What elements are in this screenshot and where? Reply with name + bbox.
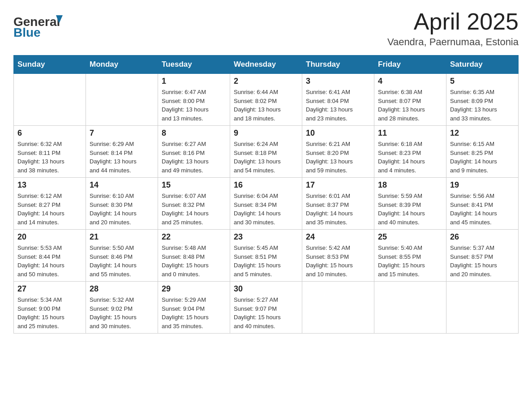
day-number: 11 [378,128,442,138]
calendar-cell: 16Sunrise: 6:04 AMSunset: 8:34 PMDayligh… [230,178,302,230]
day-info: Sunrise: 5:42 AMSunset: 8:53 PMDaylight:… [306,244,370,278]
day-number: 18 [378,180,442,190]
day-info: Sunrise: 5:56 AMSunset: 8:41 PMDaylight:… [450,192,515,227]
day-number: 29 [162,284,226,294]
day-info: Sunrise: 6:21 AMSunset: 8:20 PMDaylight:… [306,140,370,175]
day-info: Sunrise: 6:01 AMSunset: 8:37 PMDaylight:… [306,192,370,227]
calendar-cell [446,282,519,334]
month-title: April 2025 [387,9,519,34]
day-number: 22 [162,232,226,242]
day-number: 17 [306,180,370,190]
day-number: 1 [162,77,226,86]
calendar-cell: 2Sunrise: 6:44 AMSunset: 8:02 PMDaylight… [230,74,302,126]
day-info: Sunrise: 5:59 AMSunset: 8:39 PMDaylight:… [378,192,442,227]
svg-text:Blue: Blue [13,26,41,38]
day-number: 26 [450,232,515,242]
day-info: Sunrise: 6:10 AMSunset: 8:30 PMDaylight:… [90,192,154,227]
calendar-cell: 28Sunrise: 5:32 AMSunset: 9:02 PMDayligh… [86,282,158,334]
day-info: Sunrise: 6:32 AMSunset: 8:11 PMDaylight:… [17,140,82,175]
day-info: Sunrise: 5:50 AMSunset: 8:46 PMDaylight:… [90,244,154,278]
day-info: Sunrise: 6:35 AMSunset: 8:09 PMDaylight:… [450,88,515,123]
calendar-cell: 17Sunrise: 6:01 AMSunset: 8:37 PMDayligh… [302,178,374,230]
day-number: 8 [162,128,226,138]
day-number: 14 [90,180,154,190]
day-info: Sunrise: 6:41 AMSunset: 8:04 PMDaylight:… [306,88,370,123]
day-number: 3 [306,77,370,86]
calendar-cell [374,282,446,334]
day-info: Sunrise: 5:34 AMSunset: 9:00 PMDaylight:… [17,295,82,330]
day-info: Sunrise: 6:12 AMSunset: 8:27 PMDaylight:… [17,192,82,227]
calendar-header-row: SundayMondayTuesdayWednesdayThursdayFrid… [14,56,519,74]
calendar-cell: 5Sunrise: 6:35 AMSunset: 8:09 PMDaylight… [446,74,519,126]
calendar-cell: 23Sunrise: 5:45 AMSunset: 8:51 PMDayligh… [230,230,302,282]
day-number: 13 [17,180,82,190]
day-number: 19 [450,180,515,190]
location-title: Vaendra, Paernumaa, Estonia [387,36,519,48]
day-info: Sunrise: 6:24 AMSunset: 8:18 PMDaylight:… [234,140,298,175]
day-info: Sunrise: 6:15 AMSunset: 8:25 PMDaylight:… [450,140,515,175]
calendar-cell [14,74,86,126]
day-number: 15 [162,180,226,190]
day-info: Sunrise: 5:29 AMSunset: 9:04 PMDaylight:… [162,295,226,330]
day-info: Sunrise: 6:07 AMSunset: 8:32 PMDaylight:… [162,192,226,227]
calendar-cell: 15Sunrise: 6:07 AMSunset: 8:32 PMDayligh… [158,178,230,230]
logo: General Blue [13,9,72,38]
day-info: Sunrise: 5:37 AMSunset: 8:57 PMDaylight:… [450,244,515,278]
calendar-cell: 9Sunrise: 6:24 AMSunset: 8:18 PMDaylight… [230,126,302,178]
calendar-cell: 30Sunrise: 5:27 AMSunset: 9:07 PMDayligh… [230,282,302,334]
calendar-cell: 4Sunrise: 6:38 AMSunset: 8:07 PMDaylight… [374,74,446,126]
day-info: Sunrise: 6:47 AMSunset: 8:00 PMDaylight:… [162,88,226,123]
weekday-header-tuesday: Tuesday [158,56,230,74]
calendar-week-row: 27Sunrise: 5:34 AMSunset: 9:00 PMDayligh… [14,282,519,334]
day-number: 4 [378,77,442,86]
day-number: 28 [90,284,154,294]
day-number: 9 [234,128,298,138]
calendar-cell: 6Sunrise: 6:32 AMSunset: 8:11 PMDaylight… [14,126,86,178]
calendar-cell [302,282,374,334]
day-info: Sunrise: 5:27 AMSunset: 9:07 PMDaylight:… [234,295,298,330]
calendar-cell: 10Sunrise: 6:21 AMSunset: 8:20 PMDayligh… [302,126,374,178]
calendar-cell: 21Sunrise: 5:50 AMSunset: 8:46 PMDayligh… [86,230,158,282]
calendar-week-row: 6Sunrise: 6:32 AMSunset: 8:11 PMDaylight… [14,126,519,178]
calendar-cell: 12Sunrise: 6:15 AMSunset: 8:25 PMDayligh… [446,126,519,178]
day-number: 6 [17,128,82,138]
day-number: 12 [450,128,515,138]
day-info: Sunrise: 6:29 AMSunset: 8:14 PMDaylight:… [90,140,154,175]
day-number: 21 [90,232,154,242]
day-number: 30 [234,284,298,294]
calendar-week-row: 13Sunrise: 6:12 AMSunset: 8:27 PMDayligh… [14,178,519,230]
day-number: 5 [450,77,515,86]
day-info: Sunrise: 6:38 AMSunset: 8:07 PMDaylight:… [378,88,442,123]
calendar-cell: 25Sunrise: 5:40 AMSunset: 8:55 PMDayligh… [374,230,446,282]
calendar-cell: 19Sunrise: 5:56 AMSunset: 8:41 PMDayligh… [446,178,519,230]
day-info: Sunrise: 6:04 AMSunset: 8:34 PMDaylight:… [234,192,298,227]
day-number: 23 [234,232,298,242]
day-number: 7 [90,128,154,138]
day-info: Sunrise: 5:32 AMSunset: 9:02 PMDaylight:… [90,295,154,330]
day-number: 16 [234,180,298,190]
calendar-cell: 14Sunrise: 6:10 AMSunset: 8:30 PMDayligh… [86,178,158,230]
day-info: Sunrise: 5:53 AMSunset: 8:44 PMDaylight:… [17,244,82,278]
calendar-table: SundayMondayTuesdayWednesdayThursdayFrid… [13,55,519,334]
calendar-cell: 1Sunrise: 6:47 AMSunset: 8:00 PMDaylight… [158,74,230,126]
calendar-cell: 29Sunrise: 5:29 AMSunset: 9:04 PMDayligh… [158,282,230,334]
weekday-header-monday: Monday [86,56,158,74]
calendar-week-row: 20Sunrise: 5:53 AMSunset: 8:44 PMDayligh… [14,230,519,282]
day-number: 20 [17,232,82,242]
day-number: 27 [17,284,82,294]
day-info: Sunrise: 5:40 AMSunset: 8:55 PMDaylight:… [378,244,442,278]
day-info: Sunrise: 6:44 AMSunset: 8:02 PMDaylight:… [234,88,298,123]
calendar-week-row: 1Sunrise: 6:47 AMSunset: 8:00 PMDaylight… [14,74,519,126]
page-header: General Blue April 2025 Vaendra, Paernum… [13,9,519,48]
generalblue-logo: General Blue [13,9,72,38]
day-number: 2 [234,77,298,86]
calendar-cell: 20Sunrise: 5:53 AMSunset: 8:44 PMDayligh… [14,230,86,282]
day-number: 25 [378,232,442,242]
day-info: Sunrise: 5:48 AMSunset: 8:48 PMDaylight:… [162,244,226,278]
calendar-cell: 26Sunrise: 5:37 AMSunset: 8:57 PMDayligh… [446,230,519,282]
calendar-cell: 8Sunrise: 6:27 AMSunset: 8:16 PMDaylight… [158,126,230,178]
weekday-header-thursday: Thursday [302,56,374,74]
calendar-cell: 11Sunrise: 6:18 AMSunset: 8:23 PMDayligh… [374,126,446,178]
day-info: Sunrise: 6:27 AMSunset: 8:16 PMDaylight:… [162,140,226,175]
day-info: Sunrise: 6:18 AMSunset: 8:23 PMDaylight:… [378,140,442,175]
